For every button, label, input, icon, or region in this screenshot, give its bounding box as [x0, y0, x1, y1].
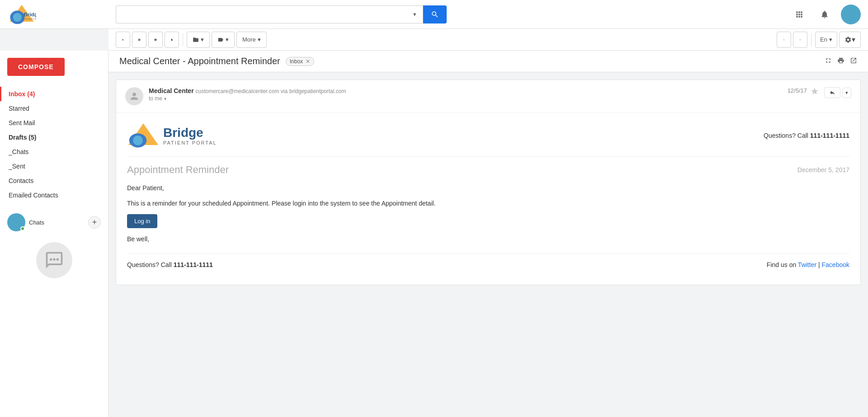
search-button[interactable] [423, 5, 447, 23]
email-content: Medical Center - Appointment Reminder In… [108, 51, 868, 417]
expand-icon-button[interactable] [825, 57, 832, 66]
next-button[interactable] [793, 32, 807, 48]
label-icon [217, 37, 224, 43]
sender-email: customercare@medicalcenter.com [195, 88, 280, 94]
login-button[interactable]: Log in [127, 214, 157, 228]
sidebar-item-starred-label: Starred [9, 105, 101, 112]
top-nav: Bridge PATIENT PORTAL ▾ [0, 0, 868, 29]
inbox-badge: Inbox ✕ [286, 57, 314, 66]
chat-bubble-icon [44, 250, 64, 270]
labels-button[interactable]: ▾ [212, 32, 235, 48]
email-greeting: Dear Patient, [127, 183, 849, 193]
star-icon [811, 87, 819, 95]
more-label: More [242, 36, 256, 43]
reply-button[interactable] [116, 32, 130, 48]
settings-button[interactable]: ▾ [839, 32, 861, 48]
apps-button[interactable] [790, 5, 808, 23]
bridge-logo: Bridge PATIENT PORTAL [127, 122, 217, 149]
report-spam-button[interactable] [148, 32, 163, 48]
email-message: Medical Center customercare@medicalcente… [116, 80, 861, 285]
apps-icon [795, 10, 804, 19]
bridge-subtitle-label: PATIENT PORTAL [163, 140, 217, 145]
bridge-name-label: Bridge [163, 126, 217, 140]
delete-button[interactable] [165, 32, 179, 48]
svg-point-5 [49, 258, 52, 261]
sender-domain: bridgepatientportal.com [289, 88, 346, 94]
footer-phone: 111-111-1111 [174, 261, 213, 268]
search-dropdown-btn[interactable]: ▾ [407, 5, 423, 23]
new-window-icon-button[interactable] [850, 57, 857, 66]
svg-text:Bridge: Bridge [24, 11, 36, 17]
more-action-button[interactable]: ▾ [842, 88, 851, 98]
new-window-icon [850, 57, 857, 64]
sidebar-item-emailed-contacts[interactable]: Emailed Contacts [0, 188, 108, 202]
print-icon-button[interactable] [837, 57, 844, 66]
facebook-link[interactable]: Facebook [822, 261, 849, 268]
sidebar-item-sent-mail[interactable]: Sent Mail [0, 116, 108, 130]
chat-user-avatar [7, 213, 25, 231]
sidebar-item-drafts-label: Drafts (5) [9, 134, 101, 141]
logo-icon: Bridge PATIENT PORTAL [7, 2, 36, 27]
search-icon [431, 10, 439, 19]
star-icon-btn[interactable] [811, 87, 819, 97]
user-avatar-button[interactable] [841, 5, 861, 24]
delete-icon [170, 36, 173, 44]
svg-point-6 [53, 258, 56, 261]
search-bar: ▾ [116, 5, 790, 23]
svg-point-10 [133, 136, 143, 145]
footer-questions-text: Questions? Call [127, 261, 174, 268]
sidebar-item-sent-label: Sent Mail [9, 119, 101, 127]
footer-questions-area: Questions? Call 111-111-1111 [127, 261, 213, 268]
settings-icon [844, 36, 852, 43]
prev-button[interactable] [777, 32, 791, 48]
search-input[interactable] [116, 5, 423, 23]
main-layout: COMPOSE Inbox (4) Starred Sent Mail Draf… [0, 51, 868, 417]
svg-point-7 [56, 258, 58, 261]
twitter-link[interactable]: Twitter [798, 261, 816, 268]
email-footer: Questions? Call 111-111-1111 Find us on … [127, 253, 849, 276]
compose-button[interactable]: COMPOSE [7, 58, 65, 76]
sidebar-item-chats[interactable]: _Chats [0, 145, 108, 159]
questions-text: Questions? Call [764, 132, 810, 139]
sender-name: Medical Center [149, 87, 194, 94]
move-to-button[interactable]: ▾ [187, 32, 210, 48]
chat-bubble [36, 242, 72, 278]
expand-icon [825, 57, 832, 64]
email-actions: ▾ [824, 87, 851, 98]
find-us-text: Find us on [767, 261, 798, 268]
sidebar-item-inbox[interactable]: Inbox (4) [0, 87, 108, 101]
sender-name-line: Medical Center customercare@medicalcente… [149, 87, 788, 94]
pipe-separator: | [818, 261, 822, 268]
email-date: 12/5/17 [788, 87, 807, 94]
top-nav-right [790, 5, 861, 24]
chat-add-button[interactable]: + [88, 216, 101, 229]
sidebar-nav: Inbox (4) Starred Sent Mail Drafts (5) _… [0, 83, 108, 206]
notifications-button[interactable] [816, 5, 834, 23]
reply-icon [122, 36, 124, 44]
sidebar-item-starred[interactable]: Starred [0, 101, 108, 116]
appointment-header: Appointment Reminder December 5, 2017 [127, 164, 849, 176]
sidebar: COMPOSE Inbox (4) Starred Sent Mail Draf… [0, 51, 108, 417]
svg-text:PATIENT PORTAL: PATIENT PORTAL [24, 18, 36, 20]
chat-name-button[interactable]: Chats [29, 219, 44, 226]
archive-button[interactable] [132, 32, 146, 48]
sidebar-item-contacts[interactable]: Contacts [0, 173, 108, 188]
inbox-badge-close[interactable]: ✕ [306, 58, 310, 65]
chat-avatar-area: Chats + [0, 210, 108, 235]
sidebar-item-drafts[interactable]: Drafts (5) [0, 130, 108, 145]
sidebar-item-sent2[interactable]: _Sent [0, 159, 108, 173]
sender-info: Medical Center customercare@medicalcente… [149, 87, 788, 102]
toolbar: ▾ ▾ More ▾ En ▾ ▾ [108, 29, 868, 51]
language-button[interactable]: En ▾ [815, 32, 837, 48]
language-label: En [820, 36, 827, 43]
print-icon [837, 57, 844, 64]
sidebar-item-contacts-label: Contacts [9, 177, 101, 184]
sidebar-item-chats-label: _Chats [9, 148, 101, 155]
email-subject-bar: Medical Center - Appointment Reminder In… [108, 51, 868, 72]
footer-social-area: Find us on Twitter | Facebook [767, 261, 849, 268]
to-dropdown-arrow[interactable]: ▾ [164, 96, 166, 101]
chevron-right-icon [799, 37, 802, 43]
more-button[interactable]: More ▾ [236, 32, 267, 48]
email-reminder-text: This is a reminder for your scheduled Ap… [127, 198, 849, 208]
reply-action-button[interactable] [824, 87, 840, 98]
